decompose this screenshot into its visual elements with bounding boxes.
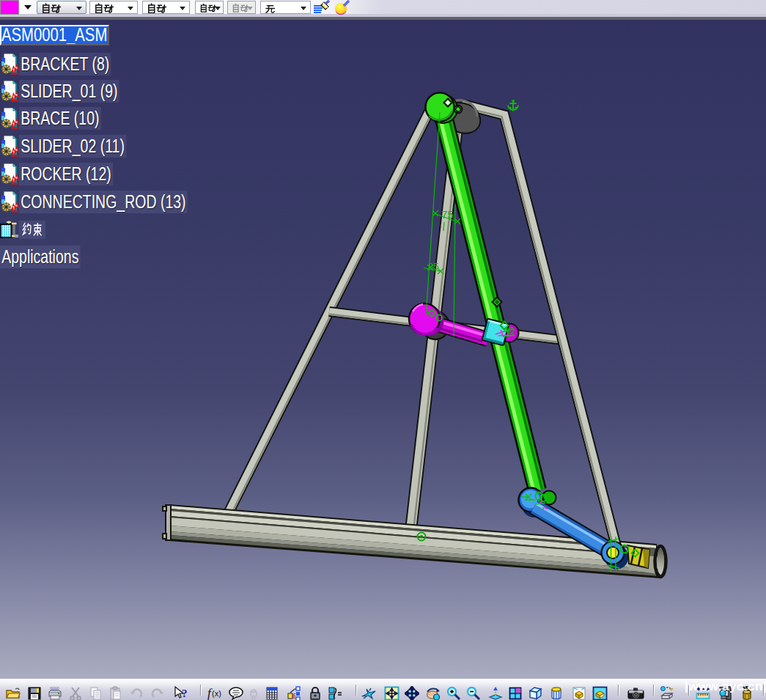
svg-text:75: 75 bbox=[441, 208, 454, 221]
svg-text:?: ? bbox=[182, 688, 188, 699]
svg-text:85: 85 bbox=[428, 261, 438, 272]
svg-text:(x): (x) bbox=[212, 689, 221, 698]
